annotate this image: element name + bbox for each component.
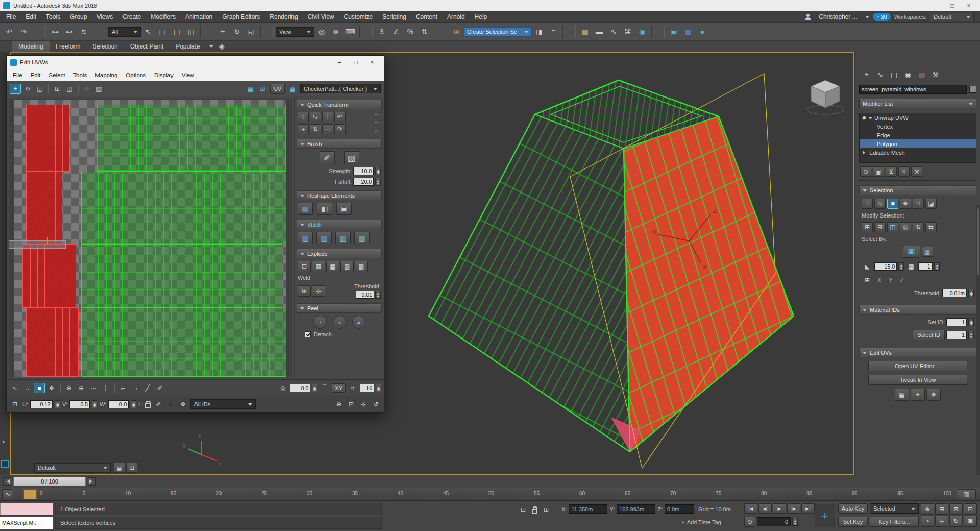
pan-icon[interactable]: ⊹ — [935, 516, 948, 527]
uv-pan-icon[interactable]: ⊹ — [358, 399, 369, 409]
selection-lock-icon[interactable] — [532, 509, 537, 514]
v-coordinate-field[interactable]: 0.5 — [69, 400, 90, 408]
keyboard-override-icon[interactable]: ⌨ — [344, 25, 357, 38]
zoom-all-icon[interactable]: ⊞ — [935, 503, 948, 515]
display-tab-icon[interactable]: ▦ — [915, 69, 928, 80]
minimize-button[interactable]: – — [928, 1, 944, 11]
viewcube[interactable] — [807, 80, 844, 114]
material-editor-icon[interactable]: ◉ — [635, 25, 649, 38]
uv-shrink-icon[interactable]: ⊖ — [76, 383, 87, 393]
material-id-icon[interactable]: ▦ — [905, 261, 917, 272]
reshape-elements-header[interactable]: Reshape Elements — [297, 190, 382, 200]
mirror-icon[interactable]: ◨ — [532, 25, 546, 38]
separator[interactable] — [48, 84, 49, 94]
brush-falloff-field[interactable]: 20.0 — [353, 178, 374, 186]
uv-window-titlebar[interactable]: Edit UVWs – □ × — [7, 56, 384, 69]
target-weld-icon[interactable]: ⊹ — [312, 285, 325, 297]
edge-mode-icon[interactable]: ◇ — [874, 199, 886, 209]
flatten-by-smoothing-icon[interactable]: ▨ — [340, 261, 354, 272]
show-end-result-icon[interactable]: ▣ — [873, 166, 884, 177]
key-mode-toggle-icon[interactable]: ⊙ — [744, 517, 755, 527]
shrink-selection-icon[interactable]: ⊟ — [874, 222, 886, 232]
named-selection-sets-field[interactable]: Create Selection Se — [463, 27, 532, 37]
uv-menu-item[interactable]: Options — [121, 72, 150, 78]
straighten-elements-icon[interactable]: ▣ — [336, 203, 352, 215]
uv-minimize-button[interactable]: – — [331, 57, 348, 67]
menubar-item[interactable]: Create — [118, 11, 145, 22]
axis-x-button[interactable]: X — [874, 276, 885, 284]
material-ids-rollout-header[interactable]: Material IDs — [859, 305, 976, 315]
expander-icon[interactable] — [863, 151, 867, 155]
weld-threshold-field[interactable]: 0.01 — [356, 291, 374, 299]
mini-curve-editor-button[interactable]: ∿ — [2, 489, 13, 499]
stack-item-vertex[interactable]: Vertex — [860, 122, 976, 131]
stitch-custom-icon[interactable]: ▥ — [298, 232, 313, 244]
uv-island-red-3[interactable] — [22, 244, 76, 308]
expander-icon[interactable] — [868, 117, 872, 122]
loop-shift-icon[interactable]: ⇆ — [925, 222, 937, 232]
texture-checker-dropdown[interactable]: CheckerPatt...( Checker ) — [300, 84, 381, 93]
open-uv-editor-button[interactable]: Open UV Editor ... — [868, 361, 967, 371]
maxscript-mini-listener[interactable] — [0, 503, 53, 515]
ribbon-overflow-icon[interactable] — [209, 45, 213, 50]
utilities-tab-icon[interactable]: ⚒ — [929, 69, 942, 80]
user-account-menu[interactable]: Christopher ... — [815, 13, 861, 20]
close-button[interactable]: × — [961, 1, 977, 11]
uv-maximize-button[interactable]: □ — [348, 57, 364, 67]
separator[interactable] — [78, 84, 79, 94]
uv-menu-item[interactable]: Display — [150, 72, 178, 78]
spinner[interactable] — [312, 384, 317, 392]
spinner[interactable] — [934, 262, 940, 271]
menubar-item[interactable]: Rendering — [265, 11, 302, 22]
menubar-item[interactable]: Tools — [42, 11, 64, 22]
maxscript-listener-label[interactable]: MAXScript Mi: — [0, 517, 53, 529]
peel-mode-icon[interactable]: ◑ — [333, 316, 346, 329]
zoom-icon[interactable]: ⊕ — [921, 503, 934, 515]
snap-toggle-icon[interactable]: 3 — [375, 25, 388, 38]
quick-transform-header[interactable]: Quick Transform — [297, 100, 382, 109]
edit-named-sets-icon[interactable]: ⊞ — [450, 25, 463, 38]
stitch-to-average-icon[interactable]: ▥ — [335, 232, 351, 244]
vertex-mode-icon[interactable]: ∴ — [862, 199, 873, 209]
menubar-item[interactable]: Scripting — [378, 11, 410, 22]
uv-island-red-2[interactable] — [26, 172, 62, 244]
stack-item-polygon[interactable]: Polygon — [860, 139, 976, 148]
uv-zoom-extents-icon[interactable]: ↺ — [370, 399, 381, 409]
uv-menu-item[interactable]: Edit — [27, 72, 45, 78]
peel-header[interactable]: Peel — [297, 303, 382, 313]
select-loop-icon[interactable]: ◎ — [900, 222, 911, 232]
remove-modifier-icon[interactable]: × — [898, 166, 910, 177]
menubar-item[interactable]: Content — [412, 11, 442, 22]
rotation-angle-field[interactable]: 0.0 — [290, 384, 310, 392]
detach-checkbox[interactable] — [305, 331, 311, 337]
scrollbar[interactable] — [976, 205, 980, 475]
select-object-icon[interactable]: ↖ — [141, 25, 155, 38]
space-horizontal-icon[interactable]: ⇆ — [310, 112, 321, 122]
separator[interactable] — [33, 25, 46, 38]
w-coordinate-field[interactable]: 0.0 — [108, 400, 129, 408]
stack-item-edge[interactable]: Edge — [860, 131, 976, 139]
axis-z-button[interactable]: Z — [897, 276, 907, 284]
time-slider-track[interactable]: 0 / 100 — [0, 475, 980, 488]
active-color-swatch[interactable] — [1, 460, 9, 468]
curve-editor-icon[interactable]: ∿ — [607, 25, 620, 38]
select-by-name-icon[interactable]: ▤ — [156, 25, 169, 38]
percent-snap-icon[interactable]: % — [404, 25, 417, 38]
uv-ring-icon[interactable]: ⋮ — [100, 383, 111, 393]
quick-planar-map-icon[interactable]: ▦ — [895, 389, 909, 401]
explode-header[interactable]: Explode — [297, 249, 382, 258]
rendered-frame-icon[interactable]: ▦ — [681, 25, 695, 38]
unlink-selection-icon[interactable]: ⊷ — [63, 25, 76, 38]
select-and-move-icon[interactable]: ＋ — [216, 25, 229, 38]
zoom-region-icon[interactable]: ⊡ — [964, 503, 977, 515]
next-frame-arrow[interactable] — [88, 477, 96, 486]
separator[interactable] — [60, 383, 61, 393]
brush-header[interactable]: Brush — [297, 139, 382, 149]
ribbon-tab[interactable]: Populate — [169, 41, 206, 52]
uv-loop-icon[interactable]: ⋯ — [88, 383, 99, 393]
ribbon-tab[interactable]: Modeling — [12, 41, 50, 52]
key-filter-selected-dropdown[interactable]: Selected — [870, 503, 919, 514]
uv-mirror-tool-icon[interactable]: ◫ — [64, 84, 75, 94]
grid-snap-icon[interactable]: ⌗ — [347, 383, 358, 393]
uv-island-red-1[interactable] — [26, 105, 70, 172]
